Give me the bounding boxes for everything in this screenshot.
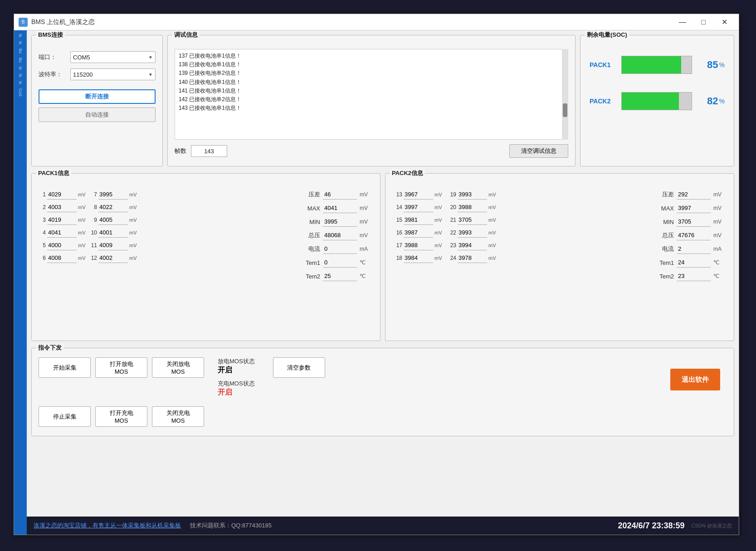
pack2-cell-16-value[interactable]: [404, 228, 433, 238]
close-discharge-mos-button[interactable]: 关闭放电 MOS: [152, 357, 204, 378]
pack1-cell-5: 5 mV: [39, 240, 86, 250]
clear-params-button[interactable]: 清空参数: [273, 357, 325, 378]
pack2-cell-24-value[interactable]: [458, 253, 487, 263]
pack1-current-value[interactable]: [323, 244, 357, 254]
pack2-max-label: MAX: [657, 205, 674, 212]
pack2-total-value[interactable]: [677, 230, 711, 240]
pack1-diff-label: 压差: [303, 190, 320, 199]
pack2-current-label: 电流: [657, 245, 674, 253]
discharge-mos-title: 放电MOS状态: [218, 357, 255, 366]
pack1-cell-11: 11 mV: [90, 240, 137, 250]
titlebar: B BMS 上位机_洛溪之恋 — □ ✕: [14, 14, 739, 30]
pack1-current-row: 电流 mA: [303, 244, 373, 254]
pack1-cell-4-value[interactable]: [47, 228, 77, 238]
pack1-cell-3-value[interactable]: [47, 215, 77, 225]
frame-count: 143: [191, 145, 227, 157]
pack2-diff-value[interactable]: [677, 190, 711, 200]
auto-connect-button[interactable]: 自动连接: [39, 107, 156, 122]
pack1-soc-bar-fill: [622, 56, 681, 73]
pack1-cell-6-value[interactable]: [47, 253, 77, 263]
footer-watermark: CSDN @洛溪之恋: [692, 522, 732, 529]
pack1-cell-9-value[interactable]: [98, 215, 128, 225]
port-row: 端口： COM5 ▼: [39, 51, 156, 63]
soc-panel: 剩余电量(SOC) PACK1 85 % PACK2 82: [580, 35, 734, 166]
pack1-cell-2: 2 mV: [39, 202, 86, 212]
pack2-cell-24: 24 mV: [446, 253, 497, 263]
pack1-max-row: MAX mV: [303, 203, 373, 213]
debug-scrollbar-track[interactable]: [562, 49, 568, 140]
charge-mos-status: 充电MOS状态 开启: [218, 380, 255, 397]
pack2-temp2-value[interactable]: [677, 271, 711, 281]
close-button[interactable]: ✕: [714, 15, 734, 29]
pack1-cell-8-value[interactable]: [98, 202, 128, 212]
discharge-mos-status: 放电MOS状态 开启: [218, 357, 255, 375]
pack1-cell-10-value[interactable]: [98, 228, 128, 238]
pack1-temp2-row: Tem2 ℃: [303, 271, 373, 281]
footer-link[interactable]: 洛溪之恋的淘宝店铺，有售主从一体采集板和从机采集板: [34, 522, 181, 530]
clear-debug-button[interactable]: 清空调试信息: [509, 144, 568, 158]
pack1-min-value[interactable]: [323, 217, 357, 227]
pack1-soc-row: PACK1 85 %: [590, 56, 725, 74]
minimize-button[interactable]: —: [673, 15, 693, 29]
pack2-cell-23-value[interactable]: [458, 240, 487, 250]
stop-collect-button[interactable]: 停止采集: [39, 406, 91, 427]
cmd-panel: 指令下发 开始采集 打开放电 MOS 关闭放电 MOS 放电MOS状态 开启 充…: [31, 348, 734, 436]
pack2-cell-22-value[interactable]: [458, 228, 487, 238]
pack2-min-value[interactable]: [677, 217, 711, 227]
close-charge-mos-button[interactable]: 关闭充电 MOS: [152, 406, 204, 427]
debug-panel-title: 调试信息: [172, 31, 200, 39]
pack2-current-value[interactable]: [677, 244, 711, 254]
debug-scrollbar-thumb[interactable]: [563, 103, 567, 117]
discharge-mos-value: 开启: [218, 366, 255, 375]
pack2-cell-18-value[interactable]: [404, 253, 433, 263]
pack2-total-label: 总压: [657, 231, 674, 239]
pack1-stats: 压差 mV MAX mV MIN mV: [303, 190, 373, 281]
mos-status-area: 放电MOS状态 开启 充电MOS状态 开启: [218, 357, 255, 402]
pack2-cell-15-value[interactable]: [404, 215, 433, 225]
open-charge-mos-button[interactable]: 打开充电 MOS: [95, 406, 147, 427]
maximize-button[interactable]: □: [693, 15, 713, 29]
pack2-cell-20-value[interactable]: [458, 202, 487, 212]
soc-panel-title: 剩余电量(SOC): [585, 31, 629, 39]
pack1-cell-5-value[interactable]: [47, 240, 77, 250]
window-controls: — □ ✕: [673, 15, 734, 29]
pack2-cell-17-value[interactable]: [404, 240, 433, 250]
pack1-panel-title: PACK1信息: [36, 169, 71, 177]
pack1-cell-11-value[interactable]: [98, 240, 128, 250]
app-icon: B: [19, 18, 28, 27]
pack2-cell-19-value[interactable]: [458, 190, 487, 200]
pack1-cell-6: 6 mV: [39, 253, 86, 263]
pack1-max-value[interactable]: [323, 203, 357, 213]
footer-time: 2024/6/7 23:38:59: [618, 521, 684, 531]
pack1-diff-value[interactable]: [323, 190, 357, 200]
pack1-cell-12-value[interactable]: [98, 253, 128, 263]
side-decoration-bar: le le Bo Bo le le le CoS: [14, 30, 27, 535]
port-select[interactable]: COM5 ▼: [70, 51, 156, 63]
pack1-cell-7: 7 mV: [90, 190, 137, 200]
pack1-total-value[interactable]: [323, 230, 357, 240]
pack2-cell-13: 13 mV: [392, 190, 443, 200]
disconnect-button[interactable]: 断开连接: [39, 89, 156, 104]
pack1-cell-2-value[interactable]: [47, 202, 77, 212]
top-row: BMS连接 端口： COM5 ▼ 波特率： 115200 ▼: [31, 35, 734, 166]
pack1-cell-1-value[interactable]: [47, 190, 77, 200]
debug-panel: 调试信息 137 已接收电池串1信息！ 138 已接收电池串1信息！ 139 已…: [167, 35, 576, 166]
exit-button[interactable]: 退出软件: [670, 369, 720, 390]
pack1-temp1-value[interactable]: [323, 258, 357, 268]
cmd-row-1: 开始采集 打开放电 MOS 关闭放电 MOS 放电MOS状态 开启 充电MOS状…: [39, 357, 727, 402]
pack1-diff-row: 压差 mV: [303, 190, 373, 200]
pack2-cell-13-value[interactable]: [404, 190, 433, 200]
pack2-temp1-value[interactable]: [677, 258, 711, 268]
pack1-temp1-label: Tem1: [303, 259, 320, 266]
pack1-temp2-value[interactable]: [323, 271, 357, 281]
open-discharge-mos-button[interactable]: 打开放电 MOS: [95, 357, 147, 378]
baud-select[interactable]: 115200 ▼: [70, 68, 156, 80]
pack2-max-value[interactable]: [677, 203, 711, 213]
charge-mos-value: 开启: [218, 388, 255, 397]
start-collect-button[interactable]: 开始采集: [39, 357, 91, 378]
pack1-cell-7-value[interactable]: [98, 190, 128, 200]
pack1-soc-bar-container: [621, 56, 692, 74]
pack2-soc-value: 82: [696, 95, 718, 107]
pack2-cell-14-value[interactable]: [404, 202, 433, 212]
pack2-cell-21-value[interactable]: [458, 215, 487, 225]
